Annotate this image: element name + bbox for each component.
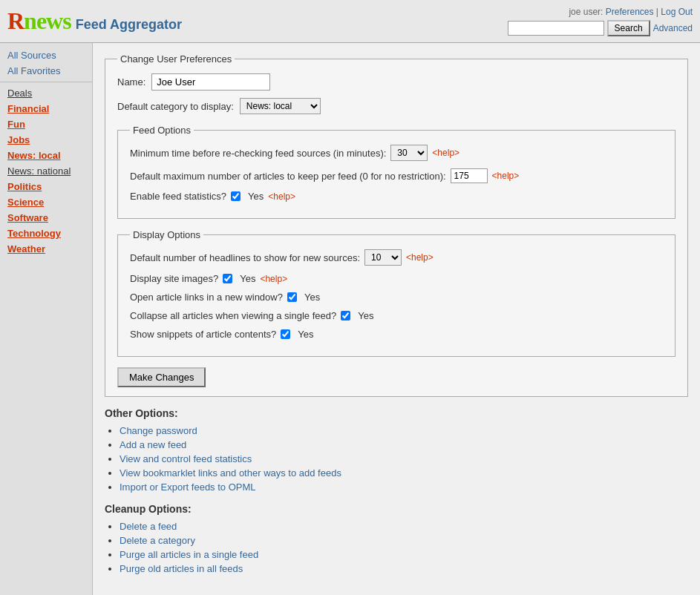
max-articles-input[interactable] <box>451 168 488 183</box>
snippets-label: Show snippets of article contents? <box>130 329 276 340</box>
sidebar-item-news-local[interactable]: News: local <box>0 148 92 163</box>
name-label: Name: <box>117 76 145 88</box>
name-input[interactable] <box>151 73 270 91</box>
sidebar-item-news-national[interactable]: News: national <box>0 163 92 179</box>
snippets-yes: Yes <box>298 329 313 340</box>
change-password-link[interactable]: Change password <box>120 425 197 436</box>
delete-feed-link[interactable]: Delete a feed <box>120 521 177 532</box>
display-images-yes: Yes <box>240 273 255 284</box>
logout-link[interactable]: Log Out <box>661 7 693 17</box>
open-links-checkbox[interactable] <box>287 292 297 302</box>
list-item: Purge all articles in a single feed <box>120 549 688 560</box>
name-row: Name: <box>117 73 676 91</box>
import-export-link[interactable]: Import or Export feeds to OPML <box>120 481 256 493</box>
min-time-row: Minimum time before re-checking feed sou… <box>130 145 663 161</box>
layout: All Sources All Favorites Deals Financia… <box>0 43 700 595</box>
header: Rnews Feed Aggregator joe user: Preferen… <box>0 0 700 43</box>
snippets-checkbox[interactable] <box>281 329 290 339</box>
display-options-title: Display Options <box>130 229 203 240</box>
max-articles-label: Default maximum number of articles to ke… <box>130 171 446 182</box>
preferences-link[interactable]: Preferences <box>606 7 654 17</box>
make-changes-row: Make Changes <box>117 367 676 387</box>
default-headlines-select[interactable]: 10 5 15 20 25 50 <box>364 249 402 266</box>
delete-category-link[interactable]: Delete a category <box>120 535 195 546</box>
sidebar-item-politics[interactable]: Politics <box>0 179 92 194</box>
advanced-link[interactable]: Advanced <box>653 23 693 33</box>
preferences-title: Change User Preferences <box>117 53 235 65</box>
feed-options-section: Feed Options Minimum time before re-chec… <box>117 125 676 219</box>
sidebar-item-deals[interactable]: Deals <box>0 85 92 101</box>
default-headlines-label: Default number of headlines to show for … <box>130 252 360 263</box>
sidebar-item-technology[interactable]: Technology <box>0 226 92 241</box>
logo: Rnews <box>7 7 71 35</box>
collapse-row: Collapse all articles when viewing a sin… <box>130 310 663 321</box>
sidebar-item-weather[interactable]: Weather <box>0 241 92 257</box>
other-options-title: Other Options: <box>105 407 688 419</box>
search-bar: Search Advanced <box>508 20 693 36</box>
enable-stats-checkbox[interactable] <box>231 191 241 201</box>
collapse-yes: Yes <box>358 310 373 321</box>
view-stats-link[interactable]: View and control feed statistics <box>120 453 252 464</box>
sidebar-item-software[interactable]: Software <box>0 210 92 226</box>
display-options-section: Display Options Default number of headli… <box>117 229 676 357</box>
sidebar-item-financial[interactable]: Financial <box>0 101 92 116</box>
sidebar-divider <box>0 82 92 82</box>
user-label: joe user: <box>569 7 603 17</box>
open-links-yes: Yes <box>304 292 320 303</box>
cleanup-options-title: Cleanup Options: <box>105 503 688 515</box>
display-images-checkbox[interactable] <box>223 274 232 283</box>
cleanup-options-list: Delete a feed Delete a category Purge al… <box>120 521 688 574</box>
collapse-label: Collapse all articles when viewing a sin… <box>130 310 336 321</box>
display-images-row: Display site images? Yes <help> <box>130 273 663 284</box>
other-options: Other Options: Change password Add a new… <box>105 407 688 574</box>
add-feed-link[interactable]: Add a new feed <box>120 439 186 450</box>
list-item: Delete a category <box>120 535 688 546</box>
list-item: Import or Export feeds to OPML <box>120 481 688 493</box>
preferences-section: Change User Preferences Name: Default ca… <box>105 53 688 397</box>
make-changes-button[interactable]: Make Changes <box>117 367 206 387</box>
other-options-list: Change password Add a new feed View and … <box>120 425 688 493</box>
snippets-row: Show snippets of article contents? Yes <box>130 329 663 340</box>
purge-single-feed-link[interactable]: Purge all articles in a single feed <box>120 549 258 560</box>
list-item: View and control feed statistics <box>120 453 688 464</box>
sidebar: All Sources All Favorites Deals Financia… <box>0 43 93 595</box>
list-item: Purge old articles in all feeds <box>120 563 688 574</box>
open-links-label: Open article links in a new window? <box>130 292 283 303</box>
sidebar-item-jobs[interactable]: Jobs <box>0 132 92 148</box>
logo-area: Rnews Feed Aggregator <box>7 7 182 35</box>
max-articles-row: Default maximum number of articles to ke… <box>130 168 663 183</box>
default-headlines-row: Default number of headlines to show for … <box>130 249 663 266</box>
sidebar-item-all-favorites[interactable]: All Favorites <box>0 63 92 79</box>
display-images-help[interactable]: <help> <box>260 274 287 284</box>
main-content: Change User Preferences Name: Default ca… <box>93 43 700 595</box>
min-time-select[interactable]: 30 15 60 120 <box>390 145 428 161</box>
min-time-label: Minimum time before re-checking feed sou… <box>130 148 386 159</box>
display-images-label: Display site images? <box>130 273 218 284</box>
default-headlines-help[interactable]: <help> <box>406 252 434 263</box>
sidebar-item-fun[interactable]: Fun <box>0 116 92 132</box>
purge-all-feeds-link[interactable]: Purge old articles in all feeds <box>120 563 243 574</box>
view-bookmarklet-link[interactable]: View bookmarklet links and other ways to… <box>120 467 341 479</box>
list-item: Add a new feed <box>120 439 688 450</box>
search-button[interactable]: Search <box>607 20 650 36</box>
list-item: Change password <box>120 425 688 436</box>
sidebar-item-science[interactable]: Science <box>0 194 92 210</box>
default-cat-select[interactable]: News: local All Sources Deals Financial … <box>240 98 321 114</box>
header-right: joe user: Preferences | Log Out Search A… <box>508 7 693 36</box>
feed-options-title: Feed Options <box>130 125 194 136</box>
sidebar-item-all-sources[interactable]: All Sources <box>0 47 92 63</box>
open-links-row: Open article links in a new window? Yes <box>130 292 663 303</box>
app-title: Feed Aggregator <box>76 17 182 33</box>
min-time-help[interactable]: <help> <box>432 148 459 158</box>
enable-stats-label: Enable feed statistics? <box>130 191 226 202</box>
search-input[interactable] <box>508 21 604 36</box>
enable-stats-help[interactable]: <help> <box>268 191 295 202</box>
logo-rest: news <box>24 7 71 34</box>
collapse-checkbox[interactable] <box>341 311 350 320</box>
user-bar: joe user: Preferences | Log Out <box>569 7 693 17</box>
logo-r: R <box>7 7 24 34</box>
default-cat-label: Default category to display: <box>117 101 234 112</box>
list-item: View bookmarklet links and other ways to… <box>120 467 688 479</box>
max-articles-help[interactable]: <help> <box>492 171 520 181</box>
list-item: Delete a feed <box>120 521 688 532</box>
